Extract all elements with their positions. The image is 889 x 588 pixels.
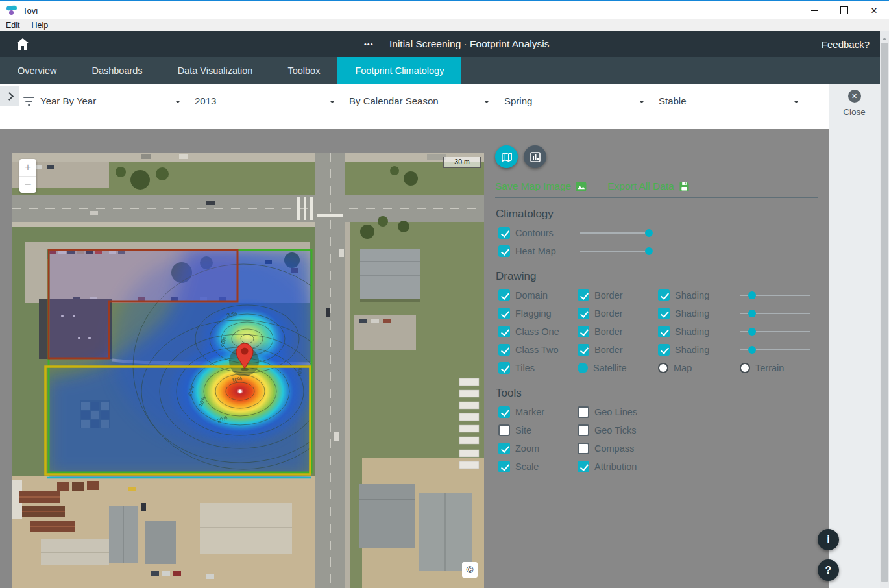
- map-view-button[interactable]: [495, 145, 518, 168]
- map-controls-panel: Save Map Image Export All Data Climatolo…: [495, 145, 818, 476]
- export-all-data-link[interactable]: Export All Data: [607, 180, 674, 192]
- tab-toolbox[interactable]: Toolbox: [270, 57, 337, 84]
- chevron-down-icon: [484, 101, 489, 106]
- class-two-border-checkbox[interactable]: [578, 344, 589, 356]
- tiles-checkbox[interactable]: [498, 362, 510, 374]
- minimize-button[interactable]: [799, 1, 829, 19]
- terrain-radio[interactable]: [740, 363, 750, 373]
- class-two-shading-checkbox[interactable]: [658, 344, 670, 356]
- image-icon: [576, 182, 587, 191]
- zoom-out-button[interactable]: −: [19, 177, 36, 193]
- tab-overview[interactable]: Overview: [0, 57, 74, 84]
- contours-checkbox[interactable]: [498, 227, 510, 239]
- scroll-up-arrow-icon[interactable]: [882, 35, 887, 40]
- dropdown-season-mode[interactable]: By Calendar Season: [349, 91, 491, 116]
- heatmap-opacity-slider[interactable]: [580, 247, 653, 256]
- tiles-row: Tiles Satellite Map Terrain: [495, 359, 818, 377]
- map-icon: [501, 152, 513, 162]
- info-fab-button[interactable]: i: [818, 529, 839, 550]
- site-checkbox[interactable]: [498, 424, 510, 436]
- zoom-checkbox[interactable]: [498, 443, 510, 454]
- climatology-heading: Climatology: [496, 208, 818, 221]
- minimize-icon: [811, 10, 818, 11]
- dropdown-analysis-mode[interactable]: Year By Year: [40, 91, 182, 116]
- home-icon[interactable]: [16, 38, 30, 51]
- window-title: Tovi: [23, 6, 38, 16]
- class-one-row: Class One Border Shading: [495, 323, 818, 341]
- attribution-checkbox[interactable]: [578, 461, 589, 472]
- filter-icon: [23, 97, 34, 106]
- tab-data-visualization[interactable]: Data Visualization: [160, 57, 271, 84]
- feedback-link[interactable]: Feedback?: [822, 39, 870, 50]
- menu-bar: Edit Help: [0, 19, 889, 31]
- panel-expander-button[interactable]: [0, 86, 19, 106]
- tools-row: Scale Attribution: [495, 458, 818, 476]
- close-icon: ✕: [871, 6, 878, 15]
- tools-row: Zoom Compass: [495, 439, 818, 458]
- class-two-checkbox[interactable]: [498, 344, 510, 356]
- map-scale-bar: 30 m: [443, 157, 481, 168]
- chart-view-button[interactable]: [524, 145, 546, 168]
- help-fab-button[interactable]: ?: [818, 559, 839, 581]
- domain-border-checkbox[interactable]: [578, 289, 589, 301]
- save-icon: [679, 182, 690, 191]
- maximize-button[interactable]: [829, 1, 859, 19]
- dropdown-season[interactable]: Spring: [504, 91, 646, 116]
- domain-row: Domain Border Shading: [495, 286, 818, 304]
- satellite-radio[interactable]: [578, 363, 588, 373]
- class-one-shading-checkbox[interactable]: [658, 326, 670, 337]
- bar-chart-icon: [530, 152, 541, 162]
- page-title: Initial Screening · Footprint Analysis: [389, 31, 549, 57]
- class-one-border-checkbox[interactable]: [578, 326, 589, 337]
- close-panel-button[interactable]: ✕ Close: [829, 90, 880, 117]
- domain-checkbox[interactable]: [498, 289, 510, 301]
- domain-shading-slider[interactable]: [740, 291, 810, 300]
- flagging-shading-slider[interactable]: [740, 309, 810, 318]
- close-circle-icon: ✕: [848, 90, 861, 103]
- contours-row: Contours: [495, 224, 818, 242]
- flagging-checkbox[interactable]: [498, 308, 510, 319]
- close-window-button[interactable]: ✕: [859, 1, 889, 19]
- chevron-down-icon: [794, 101, 799, 106]
- geo-lines-checkbox[interactable]: [578, 406, 589, 418]
- divider: [495, 197, 818, 198]
- vertical-scrollbar[interactable]: [880, 31, 889, 588]
- chevron-down-icon: [175, 101, 180, 106]
- drawing-heading: Drawing: [496, 270, 818, 283]
- scale-checkbox[interactable]: [498, 461, 510, 472]
- flagging-shading-checkbox[interactable]: [658, 308, 670, 319]
- menu-help[interactable]: Help: [26, 21, 55, 30]
- compass-checkbox[interactable]: [578, 443, 589, 454]
- chevron-right-icon: [5, 92, 14, 101]
- marker-checkbox[interactable]: [498, 406, 510, 418]
- domain-shading-checkbox[interactable]: [658, 289, 670, 301]
- tovi-logo-icon: [6, 5, 18, 16]
- satellite-map[interactable]: 30% 40% 10% 40% 10% 20% 70% + − 30 m ©: [12, 153, 484, 588]
- class-one-checkbox[interactable]: [498, 326, 510, 337]
- dropdown-stability[interactable]: Stable: [659, 91, 801, 116]
- class-two-shading-slider[interactable]: [740, 345, 810, 354]
- app-header: ••• Initial Screening · Footprint Analys…: [0, 31, 880, 57]
- tools-row: Marker Geo Lines: [495, 403, 818, 421]
- map-zoom-control: + −: [19, 159, 36, 193]
- geo-ticks-checkbox[interactable]: [578, 424, 589, 436]
- tab-footprint-climatology[interactable]: Footprint Climatology: [337, 57, 461, 84]
- header-menu-ellipsis[interactable]: •••: [364, 31, 374, 57]
- map-radio[interactable]: [658, 363, 668, 373]
- heatmap-checkbox[interactable]: [498, 245, 510, 257]
- chevron-down-icon: [330, 101, 335, 106]
- class-one-shading-slider[interactable]: [740, 327, 810, 336]
- dropdown-year[interactable]: 2013: [195, 91, 337, 116]
- map-attribution-badge[interactable]: ©: [462, 562, 478, 578]
- map-canvas: 30% 40% 10% 40% 10% 20% 70%: [12, 153, 484, 588]
- tab-dashboards[interactable]: Dashboards: [74, 57, 160, 84]
- zoom-in-button[interactable]: +: [19, 159, 36, 177]
- menu-edit[interactable]: Edit: [0, 21, 26, 30]
- tab-bar: Overview Dashboards Data Visualization T…: [0, 57, 880, 84]
- flagging-border-checkbox[interactable]: [578, 308, 589, 319]
- title-bar: Tovi ✕: [0, 1, 889, 19]
- save-map-image-link[interactable]: Save Map Image: [495, 180, 571, 192]
- contours-opacity-slider[interactable]: [580, 228, 653, 238]
- contour-label: 70%: [297, 366, 303, 377]
- scrollbar-thumb[interactable]: [881, 43, 888, 582]
